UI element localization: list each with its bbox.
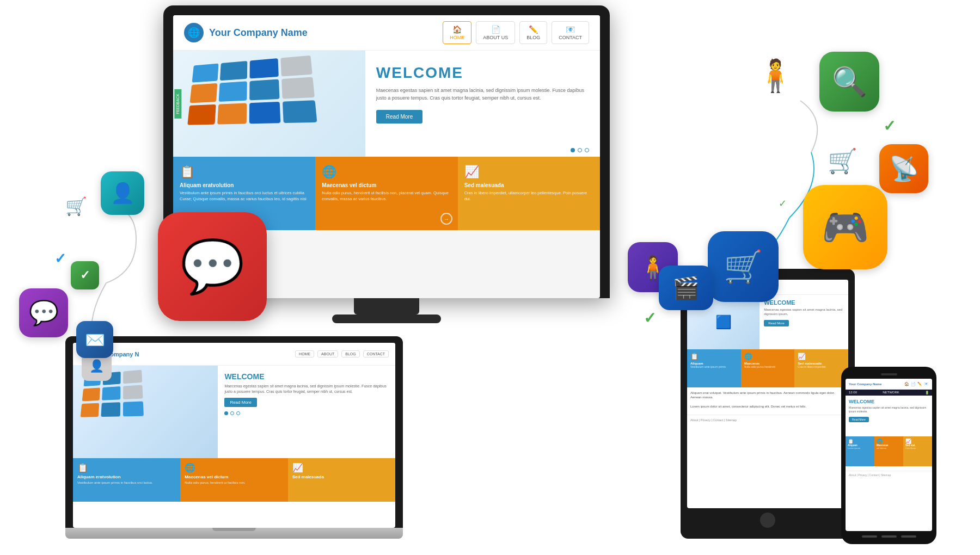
feature-icon-1: 📋 — [180, 165, 309, 179]
laptop-feature-icon-2: 🌐 — [185, 462, 283, 473]
tablet-read-more[interactable]: Read More — [764, 320, 789, 326]
phone-back-btn[interactable] — [862, 535, 877, 538]
hero-text: Maecenas egestas sapien sit amet magna l… — [376, 87, 589, 102]
phone-home-row — [846, 535, 932, 538]
blog-icon: ✏️ — [529, 25, 538, 34]
feature-card-3: 📈 Sed malesuada Cras in libero imperdiet… — [458, 157, 600, 230]
laptop-feature-3: 📈 Sed malesuada — [288, 458, 395, 502]
cart-symbol: 🛒 — [724, 248, 763, 285]
phone-battery: 🔋 — [925, 391, 929, 394]
phone-nav: 🏠 📄 ✏️ 📧 — [904, 382, 929, 386]
phone-home-btn[interactable] — [881, 535, 897, 538]
feature-card-2: 🌐 Maecenas vel dictum Nulla odio purus, … — [315, 157, 457, 230]
hero-image — [173, 51, 365, 157]
feature-title-3: Sed malesuada — [464, 182, 593, 188]
tablet-hero-content: WELCOME Maecenas egestas sapien sit amet… — [759, 295, 848, 349]
phone-feature-1: 📋 Aliquam Lorem ipsum — [846, 436, 874, 466]
tablet-features: 📋 Aliquam Vestibulum ante ipsum primis 🌐… — [687, 349, 848, 387]
laptop-nav-home[interactable]: HOME — [295, 350, 314, 357]
site-header: 🌐 Your Company Name 🏠 HOME 📄 ABOU — [173, 15, 600, 51]
check-middle-icon: ✓ — [644, 309, 656, 327]
tablet-extra-content: Aliquam erat volutpat. Vestibulum ante i… — [687, 387, 848, 412]
dot-2 — [578, 148, 582, 152]
laptop-feature-text-1: Vestibulum ante ipsum primis in faucibus… — [77, 481, 176, 485]
phone-feature-icon-3: 📈 — [905, 439, 930, 444]
tablet-feature-3: 📈 Sed malesuada Cras in libero imperdiet — [794, 349, 848, 387]
phone-nav-contact: 📧 — [924, 382, 929, 386]
phone-speaker — [881, 373, 897, 375]
rss-icon: 📡 — [879, 144, 928, 193]
phone-feature-icon-2: 🌐 — [877, 439, 901, 444]
logo-icon: 🌐 — [184, 23, 204, 42]
svg-text:✓: ✓ — [779, 198, 787, 209]
laptop-nav-blog[interactable]: BLOG — [341, 350, 359, 357]
feature-link-2[interactable]: → — [440, 213, 452, 225]
check-right-icon: ✓ — [883, 117, 896, 135]
site-logo: 🌐 Your Company Name — [184, 23, 308, 42]
tablet-feature-text-1: Vestibulum ante ipsum primis — [690, 365, 738, 369]
phone-feature-icon-1: 📋 — [848, 439, 872, 444]
dot-active — [571, 148, 575, 152]
about-icon: 📄 — [491, 25, 500, 34]
feature-title-1: Aliquam eratvolution — [180, 182, 309, 188]
feature-icon-2: 🌐 — [322, 165, 451, 179]
nav-contact[interactable]: 📧 CONTACT — [552, 21, 589, 44]
feature-text-1: Vestibulum ante ipsum primis in faucibus… — [180, 190, 309, 202]
tablet-feature-text-2: Nulla odio purus hendrerit — [744, 365, 792, 369]
user-teal-symbol: 👤 — [111, 182, 135, 205]
chat-bubble-symbol: 💬 — [180, 236, 245, 297]
tablet-welcome: WELCOME — [764, 299, 844, 306]
site-nav: 🏠 HOME 📄 ABOUT US ✏️ BLOG — [443, 21, 589, 44]
laptop-nav-contact[interactable]: CONTACT — [363, 350, 389, 357]
rss-symbol: 📡 — [889, 155, 919, 183]
feedback-tab[interactable]: FEEDBACK — [174, 89, 181, 119]
user-teal-icon: 👤 — [101, 171, 144, 215]
hero-pagination — [571, 148, 589, 152]
main-scene: ✓ 🌐 Your Company Name — [0, 0, 980, 555]
tablet-website: 🌐 Your Company Name 🟦 WELCOME Maecenas e… — [687, 280, 848, 508]
monitor-stand — [354, 298, 419, 314]
monitor-base — [332, 314, 441, 323]
laptop-feature-1: 📋 Aliquam eratvolution Vestibulum ante i… — [73, 458, 180, 502]
check-symbol: ✓ — [80, 268, 90, 282]
laptop-hero-content: WELCOME Maecenas egestas sapien sit amet… — [218, 366, 395, 458]
phone-menu-btn[interactable] — [901, 535, 916, 538]
cart-blue-icon: 🛒 — [708, 231, 779, 302]
feature-title-2: Maecenas vel dictum — [322, 182, 451, 188]
laptop-screen-area: 🌐 Your Company N HOME ABOUT BLOG CONTACT — [65, 336, 403, 528]
game-symbol: 🎮 — [822, 205, 869, 250]
phone-feature-text-3: Cras libero — [905, 447, 930, 449]
chat-bubble-overlay: 💬 — [158, 212, 267, 321]
feature-text-3: Cras in libero imperdiet, ullamcorper le… — [464, 190, 593, 202]
tablet-home-button[interactable] — [760, 513, 775, 528]
phone-footer: About | Privacy | Contact | Sitemap — [846, 471, 932, 479]
laptop-site-header: 🌐 Your Company N HOME ABOUT BLOG CONTACT — [73, 343, 395, 366]
phone-nav-home: 🏠 — [904, 382, 909, 386]
film-icon: 🎬 — [659, 266, 713, 310]
laptop-read-more-button[interactable]: Read More — [224, 398, 257, 407]
phone-header: Your Company Name 🏠 📄 ✏️ 📧 — [846, 379, 932, 390]
laptop-feature-title-2: Maecenas vel dictum — [185, 474, 283, 479]
person-gray-symbol: 👤 — [89, 359, 104, 373]
laptop-welcome: WELCOME — [224, 372, 389, 381]
laptop-nav-about[interactable]: ABOUT — [317, 350, 338, 357]
tile-grid — [185, 54, 336, 145]
nav-blog[interactable]: ✏️ BLOG — [519, 21, 547, 44]
film-symbol: 🎬 — [672, 275, 700, 301]
phone-hero: WELCOME Maecenas egestas sapien sit amet… — [846, 396, 932, 436]
phone-read-more[interactable]: Read More — [849, 417, 869, 422]
read-more-button[interactable]: Read More — [376, 110, 422, 124]
game-controller-icon: 🎮 — [803, 185, 887, 269]
search-symbol: 🔍 — [832, 65, 867, 98]
mail-symbol: ✉️ — [85, 330, 105, 349]
laptop-feature-icon-1: 📋 — [77, 462, 176, 473]
laptop-device: 🌐 Your Company N HOME ABOUT BLOG CONTACT — [65, 336, 403, 539]
nav-home[interactable]: 🏠 HOME — [443, 21, 471, 44]
phone-feature-text-2: vel dictum — [877, 447, 901, 449]
tablet-feature-2: 🌐 Maecenas Nulla odio purus hendrerit — [741, 349, 795, 387]
laptop-feature-title-3: Sed malesuada — [292, 474, 391, 479]
phone-nav-blog: ✏️ — [917, 382, 922, 386]
nav-about[interactable]: 📄 ABOUT US — [476, 21, 515, 44]
phone-device: Your Company Name 🏠 📄 ✏️ 📧 12:00 NETWORK… — [841, 367, 936, 544]
hero-banner: FEEDBACK — [173, 51, 600, 157]
